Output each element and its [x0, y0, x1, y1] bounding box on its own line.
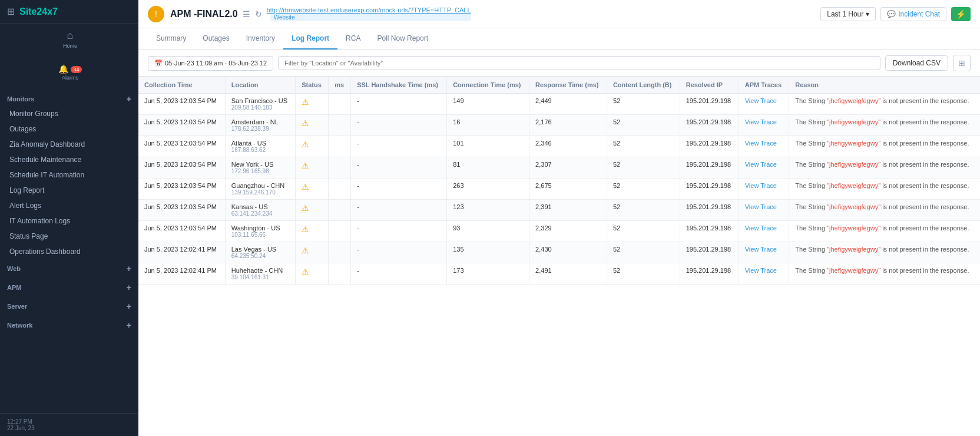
sidebar-item-schedule-it-automation[interactable]: Schedule IT Automation — [0, 167, 138, 183]
monitor-action-icons: ☰ ↻ — [243, 9, 262, 19]
tab-poll-now-report[interactable]: Poll Now Report — [369, 28, 436, 49]
cell-content-length: 52 — [607, 221, 680, 242]
cell-apm-traces[interactable]: View Trace — [739, 94, 789, 115]
cell-status: ⚠ — [296, 200, 329, 221]
table-row: Jun 5, 2023 12:03:54 PM Guangzhou - CHN … — [138, 179, 980, 200]
sidebar-item-log-report[interactable]: Log Report — [0, 183, 138, 198]
download-csv-button[interactable]: Download CSV — [885, 55, 948, 71]
tab-outages[interactable]: Outages — [194, 28, 237, 49]
sidebar-item-schedule-maintenance[interactable]: Schedule Maintenance — [0, 152, 138, 167]
cell-reason: The String "jhefigyweigfegwy" is not pre… — [789, 115, 980, 136]
table-row: Jun 5, 2023 12:03:54 PM Amsterdam - NL 1… — [138, 115, 980, 136]
calendar-icon: 📅 — [154, 60, 163, 67]
table-row: Jun 5, 2023 12:03:54 PM New York - US 17… — [138, 157, 980, 179]
sidebar-logo: Site24x7 — [19, 6, 58, 17]
cell-ms — [329, 221, 351, 242]
sidebar-item-operations-dashboard[interactable]: Operations Dashboard — [0, 244, 138, 259]
monitor-url-link[interactable]: http://rbmwebsite-test.enduserexp.com/mo… — [267, 6, 471, 14]
cell-ssl: - — [351, 263, 447, 285]
table-row: Jun 5, 2023 12:02:41 PM Huhehaote - CHN … — [138, 263, 980, 285]
cell-response: 2,430 — [529, 242, 607, 263]
reason-highlight: "jhefigyweigfegwy" — [827, 161, 880, 168]
cell-status: ⚠ — [296, 221, 329, 242]
warning-status-icon: ⚠ — [302, 267, 309, 276]
cell-apm-traces[interactable]: View Trace — [739, 136, 789, 157]
view-trace-link[interactable]: View Trace — [745, 203, 777, 210]
cell-apm-traces[interactable]: View Trace — [739, 221, 789, 242]
monitors-plus-icon[interactable]: + — [127, 94, 131, 104]
refresh-icon[interactable]: ↻ — [255, 9, 262, 19]
sidebar-item-zia-anomaly[interactable]: Zia Anomaly Dashboard — [0, 137, 138, 152]
server-section-header[interactable]: Server + — [0, 297, 138, 316]
network-label: Network — [7, 322, 32, 329]
col-apm-traces: APM Traces — [739, 77, 789, 94]
network-plus-icon[interactable]: + — [127, 321, 131, 330]
view-trace-link[interactable]: View Trace — [745, 224, 777, 232]
cell-response: 2,176 — [529, 115, 607, 136]
cell-location: Washington - US 103.11.65.66 — [225, 221, 295, 242]
cell-location: Amsterdam - NL 178.62.238.39 — [225, 115, 295, 136]
cell-location: Guangzhou - CHN 139.159.246.170 — [225, 179, 295, 200]
cell-content-length: 52 — [607, 157, 680, 179]
filter-input[interactable] — [278, 56, 880, 70]
view-trace-link[interactable]: View Trace — [745, 118, 777, 125]
date-range-button[interactable]: 📅 05-Jun-23 11:09 am - 05-Jun-23 12 — [148, 56, 273, 71]
user-time: 12:27 PM22 Jun, 23 — [0, 413, 138, 436]
time-selector[interactable]: Last 1 Hour ▾ — [820, 7, 876, 21]
sidebar-item-it-automation-logs[interactable]: IT Automation Logs — [0, 213, 138, 229]
location-ip: 63.141.234.234 — [231, 210, 289, 217]
cell-location: Las Vegas - US 64.235.50.24 — [225, 242, 295, 263]
web-section-header[interactable]: Web + — [0, 259, 138, 278]
table-row: Jun 5, 2023 12:03:54 PM Washington - US … — [138, 221, 980, 242]
view-trace-link[interactable]: View Trace — [745, 97, 777, 104]
location-name: Kansas - US — [231, 203, 289, 210]
table-header: Collection Time Location Status ms SSL H… — [138, 77, 980, 94]
view-trace-link[interactable]: View Trace — [745, 161, 777, 168]
cell-apm-traces[interactable]: View Trace — [739, 242, 789, 263]
cell-ssl: - — [351, 115, 447, 136]
cell-apm-traces[interactable]: View Trace — [739, 179, 789, 200]
nav-item-home[interactable]: ⌂ Home — [0, 24, 138, 54]
view-trace-link[interactable]: View Trace — [745, 267, 777, 274]
cell-status: ⚠ — [296, 115, 329, 136]
sidebar-item-status-page[interactable]: Status Page — [0, 229, 138, 244]
view-trace-link[interactable]: View Trace — [745, 140, 777, 147]
warning-status-icon: ⚠ — [302, 224, 309, 234]
tab-rca[interactable]: RCA — [337, 28, 369, 49]
cell-apm-traces[interactable]: View Trace — [739, 115, 789, 136]
topbar: ! APM -FINAL2.0 ☰ ↻ http://rbmwebsite-te… — [138, 0, 980, 28]
cell-apm-traces[interactable]: View Trace — [739, 157, 789, 179]
tab-summary[interactable]: Summary — [148, 28, 194, 49]
monitor-warning-icon: ! — [148, 6, 164, 22]
sidebar-item-alert-logs[interactable]: Alert Logs — [0, 198, 138, 213]
grid-view-button[interactable]: ⊞ — [953, 55, 971, 71]
tab-inventory[interactable]: Inventory — [238, 28, 283, 49]
server-plus-icon[interactable]: + — [127, 302, 131, 311]
cell-resolved-ip: 195.201.29.198 — [680, 179, 739, 200]
reason-text: The String "jhefigyweigfegwy" is not pre… — [795, 118, 969, 125]
location-name: Huhehaote - CHN — [231, 267, 289, 274]
cell-status: ⚠ — [296, 157, 329, 179]
tab-log-report-label: Log Report — [292, 34, 329, 42]
apm-plus-icon[interactable]: + — [127, 283, 131, 292]
cell-reason: The String "jhefigyweigfegwy" is not pre… — [789, 200, 980, 221]
menu-icon[interactable]: ☰ — [243, 9, 250, 19]
sidebar-item-monitor-groups[interactable]: Monitor Groups — [0, 106, 138, 121]
view-trace-link[interactable]: View Trace — [745, 246, 777, 253]
nav-item-alarms[interactable]: 🔔 34 Alarms — [0, 54, 138, 85]
apm-section-header[interactable]: APM + — [0, 278, 138, 297]
warning-status-icon: ⚠ — [302, 182, 309, 191]
web-plus-icon[interactable]: + — [127, 264, 131, 273]
location-ip: 39.104.161.31 — [231, 274, 289, 280]
tab-log-report[interactable]: Log Report — [283, 28, 337, 49]
green-action-button[interactable]: ⚡ — [951, 7, 971, 21]
monitor-tag: Website — [270, 14, 471, 21]
view-trace-link[interactable]: View Trace — [745, 182, 777, 189]
monitors-section: Monitors + Monitor Groups Outages Zia An… — [0, 90, 138, 335]
network-section-header[interactable]: Network + — [0, 316, 138, 335]
cell-apm-traces[interactable]: View Trace — [739, 263, 789, 285]
incident-chat-button[interactable]: 💬 Incident Chat — [880, 7, 946, 21]
sidebar-item-outages[interactable]: Outages — [0, 121, 138, 137]
monitors-section-header[interactable]: Monitors + — [0, 90, 138, 106]
cell-apm-traces[interactable]: View Trace — [739, 200, 789, 221]
